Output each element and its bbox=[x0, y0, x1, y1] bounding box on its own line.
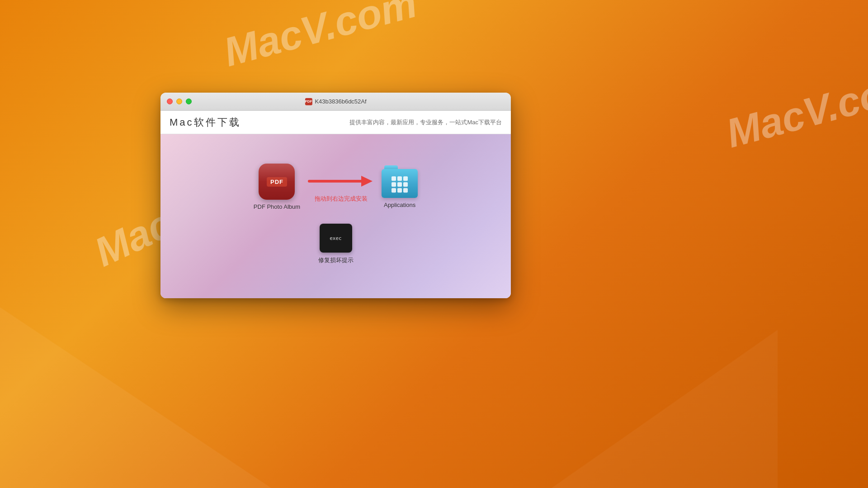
exec-icon[interactable]: exec bbox=[320, 224, 352, 253]
arrow-container: 拖动到右边完成安装 bbox=[300, 172, 382, 190]
svg-rect-10 bbox=[403, 188, 408, 192]
brand-text: Mac软件下载 bbox=[170, 116, 241, 129]
folder-icon bbox=[382, 165, 418, 198]
window-title-area: PDF K43b3836b6dc52Af bbox=[305, 98, 366, 105]
svg-rect-5 bbox=[392, 182, 396, 187]
folder-body bbox=[382, 169, 418, 198]
svg-rect-8 bbox=[392, 188, 396, 192]
exec-description: 修复损坏提示 bbox=[318, 256, 354, 264]
window-header: Mac软件下载 提供丰富内容，最新应用，专业服务，一站式Mac下载平台 bbox=[160, 111, 511, 134]
svg-rect-3 bbox=[397, 176, 402, 181]
pdf-icon-box: PDF bbox=[259, 164, 295, 200]
applications-label: Applications bbox=[384, 202, 415, 208]
window-title: K43b3836b6dc52Af bbox=[315, 98, 366, 105]
content-area: PDF PDF Photo Album 拖动到右边完成安装 bbox=[160, 134, 511, 298]
install-row: PDF PDF Photo Album 拖动到右边完成安装 bbox=[254, 164, 418, 210]
svg-rect-6 bbox=[397, 182, 402, 187]
app-name-label: PDF Photo Album bbox=[254, 203, 300, 210]
exec-label: exec bbox=[330, 235, 342, 241]
traffic-lights bbox=[167, 99, 192, 104]
drag-hint-text: 拖动到右边完成安装 bbox=[315, 195, 368, 203]
svg-rect-4 bbox=[403, 176, 408, 181]
watermark-top: MacV.com bbox=[219, 0, 422, 76]
applications-folder[interactable]: Applications bbox=[382, 165, 418, 208]
pdf-icon-label: PDF bbox=[267, 177, 287, 187]
svg-rect-7 bbox=[403, 182, 408, 187]
svg-marker-1 bbox=[361, 176, 373, 187]
exec-row: exec 修复损坏提示 bbox=[318, 224, 354, 264]
close-button[interactable] bbox=[167, 99, 173, 104]
installer-window: PDF K43b3836b6dc52Af Mac软件下载 提供丰富内容，最新应用… bbox=[160, 93, 511, 298]
titlebar: PDF K43b3836b6dc52Af bbox=[160, 93, 511, 111]
minimize-button[interactable] bbox=[176, 99, 182, 104]
maximize-button[interactable] bbox=[186, 99, 192, 104]
drag-arrow-icon bbox=[305, 172, 377, 190]
watermark-right: MacV.co bbox=[722, 70, 868, 157]
svg-rect-2 bbox=[392, 176, 396, 181]
tagline-text: 提供丰富内容，最新应用，专业服务，一站式Mac下载平台 bbox=[349, 118, 502, 127]
svg-rect-9 bbox=[397, 188, 402, 192]
appstore-icon bbox=[390, 174, 410, 194]
title-pdf-icon: PDF bbox=[305, 98, 312, 105]
pdf-app-icon[interactable]: PDF PDF Photo Album bbox=[254, 164, 300, 210]
